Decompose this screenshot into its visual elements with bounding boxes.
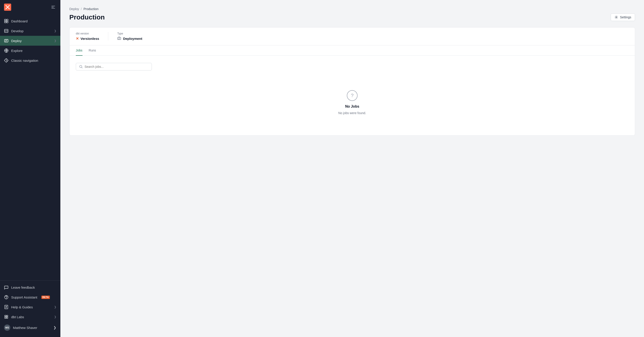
svg-rect-4	[4, 19, 6, 21]
svg-rect-15	[5, 317, 6, 318]
type-meta: Type Deployment	[108, 32, 151, 41]
deploy-icon	[4, 39, 8, 43]
sidebar-item-label: Explore	[11, 49, 22, 53]
beta-badge: BETA	[41, 296, 50, 299]
svg-rect-3	[52, 8, 55, 9]
sidebar-item-label: Dashboard	[11, 19, 28, 23]
page-title: Production	[69, 14, 105, 21]
sidebar-item-label: Classic navigation	[11, 59, 38, 63]
sidebar-item-explore[interactable]: Explore	[0, 46, 60, 56]
tabs-bar: Jobs Runs	[70, 46, 635, 56]
type-label: Type	[117, 32, 142, 35]
empty-state-description: No jobs were found.	[338, 111, 366, 115]
svg-rect-2	[52, 7, 54, 8]
svg-rect-1	[52, 6, 55, 6]
dbt-x-icon: ✕	[76, 37, 79, 41]
gear-icon	[614, 16, 618, 19]
sidebar-item-help-guides[interactable]: Help & Guides ❯	[0, 302, 60, 312]
svg-rect-6	[4, 21, 6, 23]
user-name: Matthew Shaver	[13, 326, 37, 329]
dbt-version-text: Versionless	[80, 37, 99, 41]
dbt-version-meta: dbt version ✕ Versionless	[76, 32, 108, 41]
empty-state-title: No Jobs	[345, 105, 359, 109]
explore-icon	[4, 48, 8, 53]
type-text: Deployment	[123, 37, 142, 41]
chevron-right-icon: ❯	[54, 39, 56, 42]
main-content: Deploy / Production Production Settings …	[60, 0, 644, 337]
chevron-right-icon: ❯	[54, 305, 56, 308]
collapse-sidebar-button[interactable]	[50, 4, 56, 10]
sidebar-item-dashboard[interactable]: Dashboard	[0, 16, 60, 26]
sidebar-item-leave-feedback[interactable]: Leave feedback	[0, 282, 60, 292]
sidebar-item-label: Deploy	[11, 39, 22, 43]
svg-rect-7	[6, 21, 8, 23]
support-icon	[4, 295, 8, 299]
dbt-logo-icon	[4, 4, 11, 11]
collapse-icon	[51, 5, 56, 10]
develop-icon	[4, 29, 8, 33]
chevron-right-icon: ❯	[54, 315, 56, 318]
sidebar-bottom: Leave feedback Support Assistant BETA He…	[0, 280, 60, 337]
sidebar: Dashboard Develop ❯ Deploy ❯	[0, 0, 60, 337]
sidebar-item-label: Help & Guides	[11, 305, 33, 309]
breadcrumb-parent[interactable]: Deploy	[69, 7, 79, 11]
svg-rect-16	[6, 317, 8, 318]
labs-icon	[4, 315, 8, 319]
svg-rect-9	[4, 39, 8, 42]
dbt-version-label: dbt version	[76, 32, 99, 35]
chevron-right-icon: ❯	[54, 325, 56, 329]
sidebar-item-support-assistant[interactable]: Support Assistant BETA	[0, 292, 60, 302]
dashboard-icon	[4, 19, 8, 23]
tab-jobs[interactable]: Jobs	[76, 46, 82, 56]
search-jobs-input[interactable]	[84, 65, 148, 69]
breadcrumb: Deploy / Production	[69, 7, 635, 11]
dbt-version-value: ✕ Versionless	[76, 37, 99, 41]
sidebar-item-label: Leave feedback	[11, 285, 35, 289]
meta-section: dbt version ✕ Versionless Type	[69, 27, 635, 46]
sidebar-nav: Dashboard Develop ❯ Deploy ❯	[0, 14, 60, 280]
page-header: Production Settings	[69, 14, 635, 21]
breadcrumb-current: Production	[84, 7, 98, 11]
avatar: MS	[4, 324, 10, 331]
svg-rect-13	[5, 315, 6, 317]
search-bar	[76, 63, 152, 71]
svg-point-17	[616, 17, 617, 18]
content-card: Jobs Runs ? No	[69, 46, 635, 136]
sidebar-header	[0, 0, 60, 14]
settings-button-label: Settings	[620, 16, 631, 19]
sidebar-item-label: dbt Labs	[11, 315, 24, 319]
chevron-right-icon: ❯	[54, 29, 56, 33]
breadcrumb-separator: /	[81, 7, 82, 11]
svg-rect-14	[6, 315, 8, 317]
type-value: Deployment	[117, 37, 142, 41]
classic-nav-icon	[4, 58, 8, 63]
user-profile-item[interactable]: MS Matthew Shaver ❯	[0, 322, 60, 333]
sidebar-item-develop[interactable]: Develop ❯	[0, 26, 60, 36]
sidebar-item-dbt-labs[interactable]: dbt Labs ❯	[0, 312, 60, 322]
settings-button[interactable]: Settings	[611, 14, 635, 21]
search-icon	[79, 65, 83, 69]
empty-state: ? No Jobs No jobs were found.	[76, 81, 628, 128]
feedback-icon	[4, 285, 8, 289]
deployment-icon	[117, 37, 121, 41]
logo-area	[4, 4, 11, 11]
svg-rect-5	[6, 19, 8, 21]
help-icon	[4, 305, 8, 309]
sidebar-item-deploy[interactable]: Deploy ❯	[0, 36, 60, 46]
sidebar-item-label: Develop	[11, 29, 24, 33]
environment-card: dbt version ✕ Versionless Type	[69, 27, 635, 136]
tab-runs[interactable]: Runs	[89, 46, 96, 56]
sidebar-item-classic-navigation[interactable]: Classic navigation	[0, 56, 60, 65]
no-jobs-icon: ?	[347, 90, 358, 101]
tab-content-jobs: ? No Jobs No jobs were found.	[70, 56, 635, 135]
sidebar-item-label: Support Assistant	[11, 295, 37, 299]
